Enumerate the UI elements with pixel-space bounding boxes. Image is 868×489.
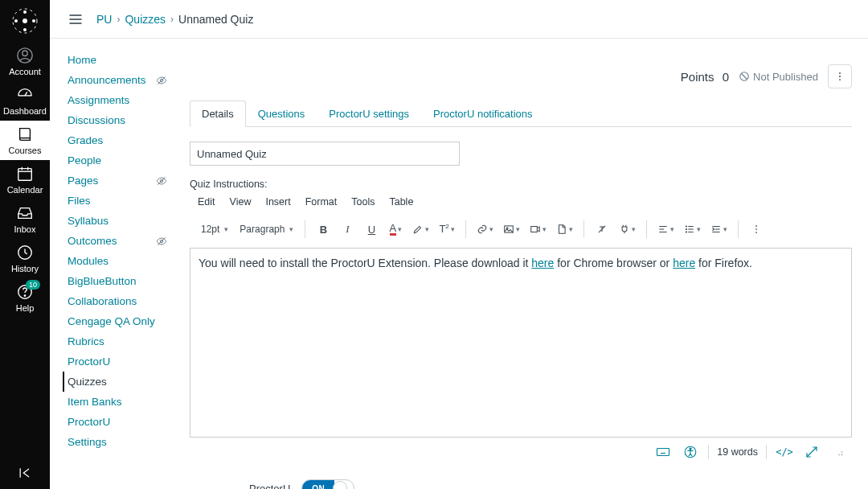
superscript-button[interactable]: T2▾ (436, 219, 457, 240)
html-editor-toggle[interactable]: </> (775, 442, 794, 462)
apps-button[interactable]: ▾ (616, 219, 638, 240)
course-nav-item[interactable]: Item Banks (68, 392, 188, 412)
nav-calendar[interactable]: Calendar (0, 160, 50, 199)
chevron-down-icon: ▾ (451, 225, 455, 233)
course-nav-link[interactable]: Home (68, 50, 188, 70)
rce-menu-insert[interactable]: Insert (265, 196, 290, 208)
rce-menu-format[interactable]: Format (305, 196, 338, 208)
course-nav-item[interactable]: ProctorU (68, 412, 188, 432)
rce-menu-tools[interactable]: Tools (351, 196, 375, 208)
course-nav-link[interactable]: Assignments (68, 90, 188, 110)
course-nav-link[interactable]: ProctorU (68, 412, 188, 432)
course-nav-item[interactable]: Syllabus (68, 211, 188, 231)
nav-help[interactable]: 10 Help (0, 278, 50, 318)
chrome-download-link[interactable]: here (531, 257, 554, 269)
fullscreen-button[interactable] (802, 442, 821, 462)
course-nav-item[interactable]: Rubrics (68, 331, 188, 351)
block-format-select[interactable]: Paragraph▾ (236, 224, 297, 235)
quiz-title-input[interactable] (190, 142, 460, 166)
brand-logo[interactable] (9, 5, 41, 37)
chevron-down-icon: ▾ (697, 225, 701, 233)
svg-point-62 (838, 454, 839, 455)
rce-menu-view[interactable]: View (230, 196, 252, 208)
text-color-button[interactable]: A▾ (386, 219, 405, 240)
proctoru-toggle[interactable]: ON (301, 479, 354, 489)
course-nav-link[interactable]: Settings (68, 432, 188, 452)
course-nav-item[interactable]: Cengage QA Only (68, 311, 188, 331)
course-nav-item[interactable]: People (68, 150, 188, 171)
course-nav-item[interactable]: Settings (68, 432, 188, 452)
rce-editor-body[interactable]: You will need to install the ProctorU Ex… (190, 248, 852, 438)
word-count[interactable]: 19 words (717, 446, 758, 458)
highlight-button[interactable]: ▾ (410, 219, 432, 240)
course-nav-link[interactable]: BigBlueButton (68, 271, 188, 291)
a11y-checker-button[interactable] (681, 442, 700, 462)
bullet-list-button[interactable]: ▾ (682, 219, 703, 240)
course-nav-link[interactable]: Item Banks (68, 392, 188, 412)
underline-button[interactable]: U (362, 219, 381, 240)
font-size-select[interactable]: 12pt▾ (198, 224, 231, 235)
tab-questions[interactable]: Questions (246, 101, 317, 127)
text-color-icon: A (390, 224, 397, 236)
course-nav-item[interactable]: BigBlueButton (68, 271, 188, 291)
course-nav-link[interactable]: Pages (68, 171, 188, 191)
hamburger-button[interactable] (68, 11, 84, 27)
tab-proctoru-settings[interactable]: ProctorU settings (317, 101, 421, 127)
course-nav-link[interactable]: Grades (68, 130, 188, 150)
indent-icon (710, 224, 722, 235)
keyboard-shortcuts-button[interactable] (653, 442, 673, 462)
breadcrumb-course[interactable]: PU (96, 13, 112, 26)
firefox-download-link[interactable]: here (673, 257, 695, 269)
course-nav-item[interactable]: Pages (68, 171, 188, 191)
rce-menu-edit[interactable]: Edit (198, 196, 215, 208)
course-nav-link[interactable]: Rubrics (68, 331, 188, 351)
collapse-nav-button[interactable] (0, 457, 50, 489)
course-nav-item[interactable]: Outcomes (68, 231, 188, 251)
indent-button[interactable]: ▾ (708, 219, 730, 240)
course-nav-link[interactable]: People (68, 150, 188, 171)
nav-history[interactable]: History (0, 239, 50, 278)
tab-details[interactable]: Details (190, 101, 246, 127)
link-button[interactable]: ▾ (474, 219, 496, 240)
nav-account[interactable]: Account (0, 42, 50, 81)
italic-button[interactable]: I (338, 219, 357, 240)
course-nav-item[interactable]: Announcements (68, 70, 188, 90)
resize-handle[interactable] (829, 442, 849, 462)
course-nav-link[interactable]: Outcomes (68, 231, 188, 251)
course-nav-link[interactable]: Quizzes (68, 372, 188, 392)
fullscreen-icon (805, 446, 818, 458)
course-nav-link[interactable]: Discussions (68, 110, 188, 130)
nav-dashboard[interactable]: Dashboard (0, 81, 50, 121)
media-button[interactable]: ▾ (527, 219, 549, 240)
more-options-button[interactable] (828, 64, 852, 88)
course-nav-item[interactable]: Assignments (68, 90, 188, 110)
toolbar-more-button[interactable] (747, 219, 766, 240)
breadcrumb-quizzes[interactable]: Quizzes (125, 13, 166, 26)
course-nav-item[interactable]: Files (68, 191, 188, 211)
course-nav-link[interactable]: ProctorU (68, 351, 188, 372)
image-button[interactable]: ▾ (501, 219, 522, 240)
course-nav-link[interactable]: Syllabus (68, 211, 188, 231)
publish-status[interactable]: Not Published (739, 71, 818, 83)
course-nav-item[interactable]: Grades (68, 130, 188, 150)
course-nav-item[interactable]: Modules (68, 251, 188, 271)
course-nav-item[interactable]: ProctorU (68, 351, 188, 372)
course-nav-link[interactable]: Announcements (68, 70, 188, 90)
course-nav-link[interactable]: Files (68, 191, 188, 211)
nav-inbox[interactable]: Inbox (0, 199, 50, 239)
course-nav-link[interactable]: Collaborations (68, 291, 188, 311)
course-nav-link[interactable]: Modules (68, 251, 188, 271)
tab-proctoru-notifications[interactable]: ProctorU notifications (421, 101, 545, 127)
bold-button[interactable]: B (313, 219, 333, 240)
course-nav-item[interactable]: Collaborations (68, 291, 188, 311)
course-nav-item[interactable]: Home (68, 50, 188, 70)
course-nav-link[interactable]: Cengage QA Only (68, 311, 188, 331)
course-nav-item[interactable]: Discussions (68, 110, 188, 130)
body-text-mid: for Chrome browser or (554, 257, 673, 269)
document-button[interactable]: ▾ (554, 219, 575, 240)
rce-menu-table[interactable]: Table (389, 196, 413, 208)
clear-format-button[interactable] (592, 219, 612, 240)
course-nav-item[interactable]: Quizzes (63, 372, 188, 392)
nav-courses[interactable]: Courses (0, 121, 50, 160)
align-button[interactable]: ▾ (655, 219, 677, 240)
